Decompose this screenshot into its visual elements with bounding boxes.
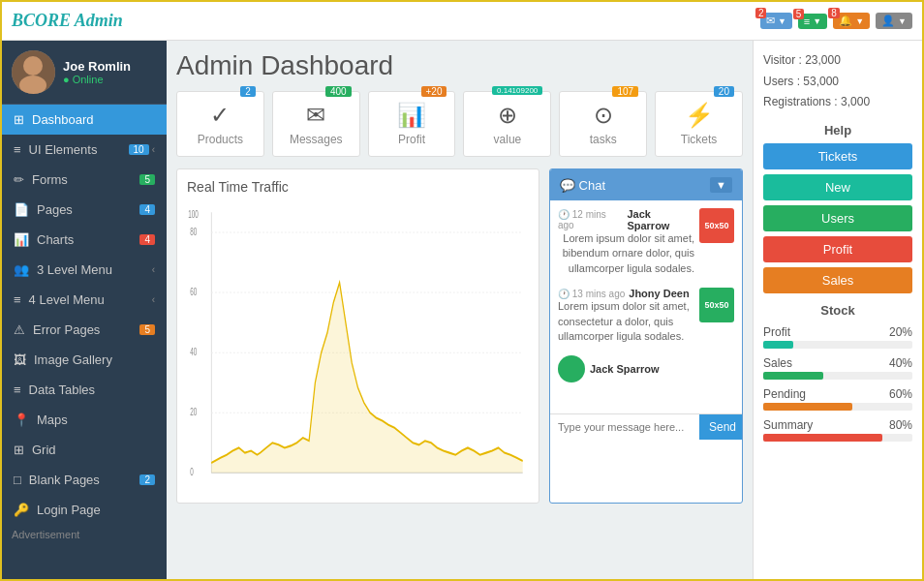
grid-label: Grid — [32, 443, 56, 457]
mail-badge[interactable]: 2 ✉ ▼ — [760, 13, 792, 29]
svg-text:100: 100 — [188, 208, 199, 220]
svg-text:0: 0 — [190, 467, 194, 478]
chat-message-3: Jack Sparrow — [558, 355, 734, 382]
svg-text:40: 40 — [190, 347, 197, 358]
blank-badge: 2 — [139, 474, 155, 485]
charts-icon: 📊 — [14, 232, 29, 247]
header-right: 2 ✉ ▼ 5 ≡ ▼ 8 🔔 ▼ 👤 ▼ — [760, 13, 912, 29]
help-title: Help — [763, 123, 912, 138]
forms-label: Forms — [32, 172, 68, 187]
notif-arrow: ▼ — [855, 16, 864, 26]
forms-icon: ✏ — [14, 172, 24, 187]
login-icon: 🔑 — [14, 503, 29, 517]
chart-section: Real Time Traffic 0 20 40 60 80 100 — [176, 168, 539, 504]
3level-label: 3 Level Menu — [37, 262, 112, 277]
sidebar-item-blank[interactable]: □ Blank Pages 2 — [2, 465, 167, 495]
msg2-text: Lorem ipsum dolor sit amet, consectetur … — [558, 299, 694, 344]
ui-badge: 10 — [129, 144, 149, 155]
user-badge[interactable]: 👤 ▼ — [876, 13, 912, 29]
list-icon: ≡ — [804, 15, 810, 27]
chat-message-input[interactable] — [550, 414, 699, 440]
login-label: Login Page — [37, 503, 101, 517]
registrations-count: Registrations : 3,000 — [763, 92, 912, 113]
sidebar-item-3level[interactable]: 👥 3 Level Menu ‹ — [2, 255, 167, 285]
sidebar-item-pages[interactable]: 📄 Pages 4 — [2, 195, 167, 225]
visitor-count: Visitor : 23,000 — [763, 50, 912, 72]
chat-send-button[interactable]: Send — [699, 414, 743, 440]
notif-badge[interactable]: 8 🔔 ▼ — [833, 13, 870, 29]
stock-summary-bar — [763, 434, 882, 442]
stock-title: Stock — [763, 303, 912, 318]
products-icon: ✓ — [187, 102, 254, 129]
realtime-chart: 0 20 40 60 80 100 — [187, 202, 529, 493]
tasks-label: tasks — [570, 133, 636, 146]
stock-summary: Summary 80% — [763, 418, 912, 442]
msg1-name: Jack Sparrow — [627, 208, 694, 231]
3level-icon: 👥 — [14, 262, 29, 277]
tickets-label: Tickets — [665, 133, 732, 146]
stat-tasks[interactable]: 107 ⊙ tasks — [559, 91, 647, 157]
sidebar-item-gallery[interactable]: 🖼 Image Gallery — [2, 345, 167, 375]
list-badge[interactable]: 5 ≡ ▼ — [798, 14, 827, 29]
sidebar-item-grid[interactable]: ⊞ Grid — [2, 435, 167, 465]
help-tickets-button[interactable]: Tickets — [763, 143, 912, 169]
profit-icon: 📊 — [379, 102, 446, 129]
stat-value[interactable]: 0.14109200 ⊕ value — [463, 91, 551, 157]
sidebar-item-charts[interactable]: 📊 Charts 4 — [2, 225, 167, 255]
tickets-icon: ⚡ — [665, 102, 732, 129]
stat-products[interactable]: 2 ✓ Products — [176, 91, 264, 157]
help-sales-button[interactable]: Sales — [763, 267, 912, 293]
pages-label: Pages — [37, 202, 73, 217]
blank-label: Blank Pages — [29, 473, 100, 487]
error-icon: ⚠ — [14, 322, 25, 337]
tasks-badge: 107 — [612, 86, 638, 97]
svg-text:60: 60 — [190, 287, 197, 298]
stock-pending-bar — [763, 403, 852, 411]
3level-chevron: ‹ — [152, 264, 155, 275]
sidebar-item-ui-elements[interactable]: ≡ UI Elements 10 ‹ — [2, 135, 167, 165]
chat-dropdown-button[interactable]: ▼ — [710, 177, 732, 193]
top-stats: 2 ✓ Products 400 ✉ Messages +20 📊 Profit… — [176, 91, 743, 157]
chart-title: Real Time Traffic — [187, 179, 529, 195]
maps-icon: 📍 — [14, 413, 29, 427]
user-icon: 👤 — [881, 15, 895, 27]
sidebar-item-4level[interactable]: ≡ 4 Level Menu ‹ — [2, 285, 167, 315]
messages-icon: ✉ — [283, 102, 350, 129]
chat-avatar-1: 50x50 — [699, 208, 734, 243]
stock-sales-label: Sales — [763, 356, 792, 370]
ui-chevron: ‹ — [152, 144, 155, 155]
stock-summary-value: 80% — [889, 418, 912, 432]
sidebar-item-datatable[interactable]: ≡ Data Tables — [2, 375, 167, 405]
main-content: Admin Dashboard 2 ✓ Products 400 ✉ Messa… — [167, 41, 753, 581]
charts-badge: 4 — [139, 234, 155, 245]
help-new-button[interactable]: New — [763, 174, 912, 200]
stat-profit[interactable]: +20 📊 Profit — [368, 91, 456, 157]
mail-count: 2 — [755, 8, 767, 18]
help-profit-button[interactable]: Profit — [763, 236, 912, 262]
visitor-stats: Visitor : 23,000 Users : 53,000 Registra… — [763, 50, 912, 113]
sidebar-item-forms[interactable]: ✏ Forms 5 — [2, 165, 167, 195]
chat-input-area: Send — [550, 413, 742, 440]
mail-icon: ✉ — [766, 15, 775, 27]
stock-pending: Pending 60% — [763, 387, 912, 411]
dashboard-label: Dashboard — [32, 112, 94, 127]
pages-badge: 4 — [139, 204, 155, 215]
msg3-name: Jack Sparrow — [590, 363, 660, 375]
sidebar-item-login[interactable]: 🔑 Login Page — [2, 495, 167, 525]
stock-profit: Profit 20% — [763, 325, 912, 349]
stat-messages[interactable]: 400 ✉ Messages — [272, 91, 360, 157]
stat-tickets[interactable]: 20 ⚡ Tickets — [655, 91, 743, 157]
blank-icon: □ — [14, 473, 21, 487]
sidebar-item-maps[interactable]: 📍 Maps — [2, 405, 167, 435]
help-users-button[interactable]: Users — [763, 205, 912, 231]
chat-header: 💬 Chat ▼ — [550, 169, 742, 200]
sidebar-item-dashboard[interactable]: ⊞ Dashboard — [2, 105, 167, 135]
msg2-time: 🕐 13 mins ago — [558, 289, 625, 299]
svg-marker-15 — [211, 283, 522, 474]
stock-pending-value: 60% — [889, 387, 912, 401]
products-label: Products — [187, 133, 254, 146]
user-arrow: ▼ — [898, 16, 907, 26]
sidebar-item-error[interactable]: ⚠ Error Pages 5 — [2, 315, 167, 345]
sidebar-user: Joe Romlin ● Online — [2, 41, 167, 105]
grid-icon: ⊞ — [14, 443, 24, 457]
